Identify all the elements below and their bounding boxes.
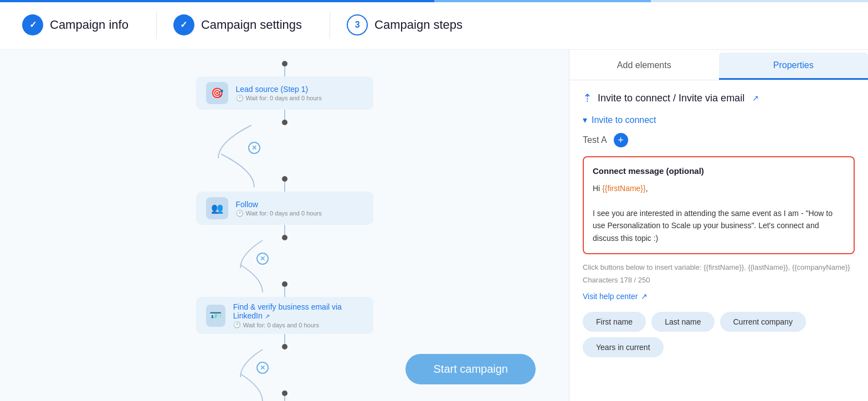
properties-panel: Add elements Properties ⇡ Invite to conn… <box>569 50 868 401</box>
panel-external-link[interactable]: ↗ <box>752 94 759 102</box>
connect-message-box[interactable]: Connect message (optional) Hi {{firstNam… <box>583 156 855 254</box>
message-content: Hi {{firstName}}, I see you are interest… <box>593 182 845 244</box>
test-ab-row: Test A + <box>583 133 855 147</box>
progress-seg-1 <box>0 0 217 2</box>
main-content: 🎯 Lead source (Step 1) 🕐 Wait for: 0 day… <box>0 50 868 401</box>
step-campaign-steps[interactable]: 3 Campaign steps <box>336 14 485 35</box>
line-4 <box>284 225 285 235</box>
add-node-btn-2[interactable]: ✕ <box>256 253 269 265</box>
visit-help-label: Visit help center <box>583 292 638 301</box>
step-3-label: Campaign steps <box>374 18 463 32</box>
find-verify-text: Find & verify business email via LinkedI… <box>233 302 363 328</box>
var-btn-years-current[interactable]: Years in current <box>583 337 664 357</box>
lead-source-title: Lead source (Step 1) <box>236 85 322 94</box>
line-1 <box>284 66 285 76</box>
follow-wait: 🕐 Wait for: 0 days and 0 hours <box>236 210 322 217</box>
lead-source-wait: 🕐 Wait for: 0 days and 0 hours <box>236 95 322 102</box>
clock-icon-2: 🕐 <box>236 210 244 217</box>
node-lead-source[interactable]: 🎯 Lead source (Step 1) 🕐 Wait for: 0 day… <box>196 76 373 110</box>
step-2-label: Campaign settings <box>201 18 302 32</box>
dot-4 <box>282 235 287 240</box>
progress-seg-3 <box>434 0 651 2</box>
follow-icon: 👥 <box>206 197 228 219</box>
var-btn-last-name[interactable]: Last name <box>651 312 714 332</box>
progress-seg-4 <box>651 0 868 2</box>
line-7 <box>284 396 285 401</box>
tab-properties[interactable]: Properties <box>719 53 869 80</box>
line-2 <box>284 110 285 120</box>
line-6 <box>284 334 285 344</box>
lead-source-icon: 🎯 <box>206 82 228 104</box>
add-test-button[interactable]: + <box>614 133 628 147</box>
message-box-title: Connect message (optional) <box>593 166 845 176</box>
add-node-btn-3[interactable]: ✕ <box>256 362 269 374</box>
var-firstname-inline: {{firstName}} <box>602 184 646 193</box>
clock-icon-1: 🕐 <box>236 95 244 102</box>
flow-area: 🎯 Lead source (Step 1) 🕐 Wait for: 0 day… <box>0 50 569 401</box>
char-count: Characters 178 / 250 <box>583 276 855 284</box>
test-label: Test A <box>583 135 607 145</box>
tab-add-elements[interactable]: Add elements <box>569 53 719 80</box>
share-icon: ⇡ <box>583 91 592 105</box>
curve-2 <box>221 154 287 187</box>
external-link-icon-1: ↗ <box>265 313 270 320</box>
section-invite-header[interactable]: ▾ Invite to connect <box>583 115 855 125</box>
header: ✓ Campaign info ✓ Campaign settings 3 Ca… <box>0 0 868 50</box>
variable-hint: Click buttons below to insert variable: … <box>583 262 855 273</box>
find-verify-icon: 🪪 <box>206 305 225 327</box>
panel-tabs: Add elements Properties <box>569 50 868 80</box>
find-verify-title: Find & verify business email via LinkedI… <box>233 302 363 320</box>
curve-4 <box>240 265 285 292</box>
follow-title: Follow <box>236 200 322 209</box>
step-campaign-info[interactable]: ✓ Campaign info <box>11 14 151 35</box>
clock-icon-3: 🕐 <box>233 321 241 328</box>
message-body: I see you are interested in attending th… <box>593 207 845 244</box>
lead-source-text: Lead source (Step 1) 🕐 Wait for: 0 days … <box>236 85 322 102</box>
node-find-verify[interactable]: 🪪 Find & verify business email via Linke… <box>196 297 373 334</box>
dot-top <box>282 61 287 66</box>
progress-line <box>0 0 868 2</box>
step-1-label: Campaign info <box>50 18 129 32</box>
step-campaign-settings[interactable]: ✓ Campaign settings <box>162 14 324 35</box>
node-follow[interactable]: 👥 Follow 🕐 Wait for: 0 days and 0 hours <box>196 192 373 225</box>
panel-node-title-row: ⇡ Invite to connect / Invite via email ↗ <box>583 91 855 105</box>
start-campaign-button[interactable]: Start campaign <box>405 354 536 384</box>
variable-buttons-row: First name Last name Current company Yea… <box>583 312 855 357</box>
panel-node-name: Invite to connect / Invite via email <box>598 92 744 104</box>
panel-body: ⇡ Invite to connect / Invite via email ↗… <box>569 80 868 401</box>
flow-container: 🎯 Lead source (Step 1) 🕐 Wait for: 0 day… <box>146 55 423 401</box>
add-node-btn-1[interactable]: ✕ <box>248 142 260 154</box>
step-3-icon: 3 <box>347 14 368 35</box>
visit-help-link[interactable]: Visit help center ↗ <box>583 292 855 301</box>
find-verify-wait: 🕐 Wait for: 0 days and 0 hours <box>233 321 363 328</box>
chevron-down-icon: ▾ <box>583 115 587 125</box>
dot-2 <box>282 120 287 125</box>
var-btn-first-name[interactable]: First name <box>583 312 646 332</box>
step-divider-1 <box>156 11 157 39</box>
dot-7 <box>282 390 287 396</box>
step-divider-2 <box>330 11 330 39</box>
section-title: Invite to connect <box>592 115 656 125</box>
dot-6 <box>282 344 287 349</box>
step-1-icon: ✓ <box>22 14 43 35</box>
help-external-icon: ↗ <box>641 292 648 301</box>
step-2-icon: ✓ <box>173 14 194 35</box>
follow-text: Follow 🕐 Wait for: 0 days and 0 hours <box>236 200 322 217</box>
progress-seg-2 <box>217 0 434 2</box>
var-btn-current-company[interactable]: Current company <box>720 312 806 332</box>
